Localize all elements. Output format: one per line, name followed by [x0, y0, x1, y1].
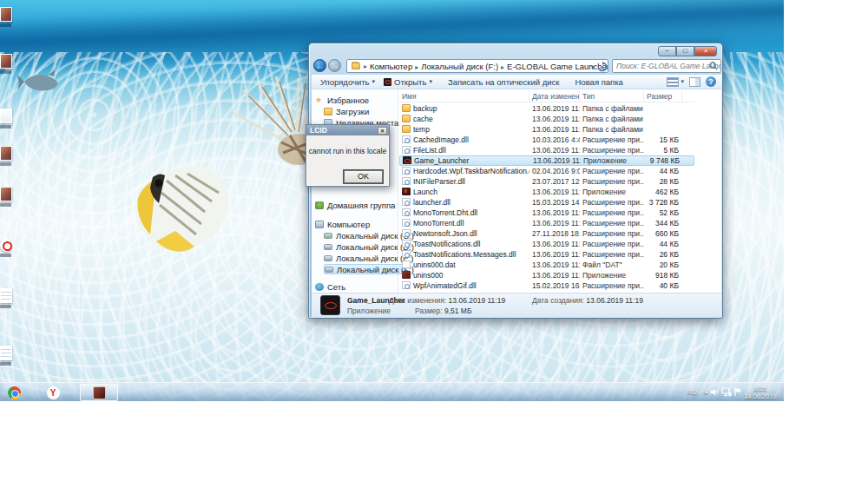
column-header-Имя[interactable]: Имя [399, 91, 529, 102]
table-row[interactable]: Newtonsoft.Json.dll27.11.2018 18:07Расши… [399, 228, 694, 239]
minimize-button[interactable]: − [658, 46, 676, 56]
desktop-icon-doc[interactable] [0, 346, 13, 366]
address-bar[interactable]: ▸ Компьютер▸Локальный диск (F:)▸E-GLOBAL… [346, 59, 608, 73]
table-row[interactable]: INIFileParser.dll23.07.2017 12:17Расшире… [399, 176, 694, 187]
table-row[interactable]: backup13.06.2019 11:19Папка с файлами [399, 103, 694, 114]
active-window-taskbar-button[interactable] [80, 384, 118, 401]
breadcrumb-item[interactable]: Локальный диск (F:) [419, 62, 500, 71]
sidebar-item-computer[interactable]: Компьютер [315, 219, 370, 229]
search-input[interactable]: Поиск: E-GLOBAL Game Launcher [612, 59, 721, 73]
table-row[interactable]: unins00013.06.2019 11:18Приложение918 КБ [399, 270, 694, 280]
file-size-cell: 44 КБ [644, 167, 682, 175]
file-name: backup [413, 104, 437, 113]
refresh-icon[interactable] [597, 62, 608, 72]
back-button[interactable]: ← [313, 59, 326, 72]
file-list-rows: backup13.06.2019 11:19Папка с файламиcac… [399, 103, 694, 291]
yandex-taskbar-icon[interactable]: Y [42, 385, 64, 400]
desktop-icon-photo[interactable] [0, 146, 13, 166]
table-row[interactable]: cache13.06.2019 11:29Папка с файлами [399, 114, 694, 124]
table-row[interactable]: FileList.dll13.06.2019 11:19Расширение п… [399, 145, 694, 155]
burn-disc-button[interactable]: Записать на оптический диск [448, 77, 560, 87]
column-header-Тип[interactable]: Тип [580, 91, 644, 102]
file-list: ИмяДата измененияТипРазмер backup13.06.2… [399, 89, 721, 293]
table-row[interactable]: MonoTorrent.dll13.06.2019 11:19Расширени… [399, 218, 694, 228]
organize-button[interactable]: Упорядочить▾ [320, 77, 375, 87]
file-name-cell: Launch [399, 188, 529, 196]
file-type-icon-app-setup [402, 271, 411, 279]
desktop-icon-photo[interactable] [0, 187, 13, 207]
column-header-Дата изменения[interactable]: Дата изменения [529, 91, 580, 102]
selected-file-icon [320, 295, 340, 315]
file-size-cell: 26 КБ [644, 250, 682, 259]
sidebar-item-folder[interactable]: Загрузки [324, 106, 369, 116]
file-type-icon-app-dark [403, 156, 411, 164]
table-row[interactable]: temp13.06.2019 11:19Папка с файлами [399, 124, 694, 135]
sidebar-item-disk[interactable]: Локальный диск (F:) [324, 264, 407, 274]
file-type-cell: Приложение [580, 271, 644, 280]
address-dropdown-icon[interactable]: ▾ [591, 63, 595, 71]
table-row[interactable]: MonoTorrent.Dht.dll13.06.2019 11:19Расши… [399, 208, 694, 218]
file-type-icon-dll [402, 250, 411, 258]
column-headers: ИмяДата измененияТипРазмер [399, 91, 694, 102]
sidebar-item-star[interactable]: Избранное [315, 95, 369, 105]
file-name: Hardcodet.Wpf.TaskbarNotification.dll [413, 167, 529, 175]
table-row[interactable]: WpfAnimatedGif.dll15.02.2019 16:06Расшир… [399, 280, 694, 291]
sidebar-item-network[interactable]: Сеть [315, 281, 345, 292]
network-icon[interactable] [721, 387, 732, 397]
table-row[interactable]: CachedImage.dll10.03.2016 4:47Расширение… [399, 135, 694, 145]
table-row[interactable]: Launch13.06.2019 11:19Приложение462 КБ [399, 187, 694, 197]
table-row[interactable]: launcher.dll15.03.2019 14:46Расширение п… [399, 197, 694, 208]
desktop-icon-photo[interactable] [0, 54, 13, 74]
file-date-cell: 13.06.2019 11:29 [529, 115, 580, 123]
new-folder-button[interactable]: Новая папка [575, 77, 623, 87]
file-name-cell: ToastNotifications.dll [399, 240, 529, 248]
search-icon[interactable] [709, 62, 718, 70]
desktop-icon-badge-red[interactable] [0, 239, 13, 257]
window-controls: − □ × [658, 46, 717, 56]
language-indicator[interactable]: RU [687, 388, 697, 396]
forward-button[interactable]: → [328, 59, 341, 72]
hidden-icons-arrow[interactable]: ▴ [705, 388, 707, 394]
disk-icon [324, 244, 332, 250]
desktop-icon-photo[interactable] [0, 7, 13, 27]
sidebar: ИзбранноеЗагрузкиНедавние местаРабочий с… [312, 89, 398, 293]
breadcrumb-item[interactable]: Компьютер [368, 62, 414, 71]
file-type-cell: Расширение при... [580, 135, 644, 144]
table-row[interactable]: Hardcodet.Wpf.TaskbarNotification.dll02.… [399, 166, 694, 176]
dialog-close-icon[interactable]: × [378, 127, 387, 135]
maximize-button[interactable]: □ [676, 46, 694, 56]
chevron-down-icon: ▾ [372, 78, 376, 85]
chrome-taskbar-icon[interactable] [3, 385, 25, 400]
folder-icon [352, 63, 360, 69]
desktop-icon-doc[interactable] [0, 288, 13, 308]
table-row[interactable]: ToastNotifications.dll13.06.2019 11:19Ра… [399, 239, 694, 249]
dialog-message: cannot run in this locale [306, 147, 389, 155]
new-folder-label: Новая папка [575, 77, 623, 87]
file-type-icon-dll [402, 208, 411, 216]
file-name: INIFileParser.dll [413, 177, 465, 186]
file-type-icon-app-red [402, 188, 411, 195]
close-button[interactable]: × [694, 46, 717, 56]
file-name-cell: Newtonsoft.Json.dll [399, 229, 529, 238]
dialog-title-bar[interactable]: LCID × [306, 125, 389, 135]
desktop-icon-label [0, 162, 11, 166]
file-size-cell: 660 КБ [644, 229, 682, 238]
table-row[interactable]: unins000.dat13.06.2019 11:19Файл "DAT"20… [399, 260, 694, 270]
disk-icon [324, 255, 332, 261]
table-row[interactable]: ToastNotifications.Messages.dll13.06.201… [399, 249, 694, 260]
dialog-ok-button[interactable]: OK [344, 170, 383, 183]
file-date-cell: 13.06.2019 11:18 [529, 271, 580, 280]
desktop-icon-label [0, 254, 11, 257]
desktop-icon-label [0, 362, 11, 366]
column-header-Размер[interactable]: Размер [644, 91, 682, 102]
desktop-icon-file[interactable] [0, 109, 13, 129]
change-view-button[interactable]: ▾ [667, 77, 684, 87]
clock[interactable]: 8:05 14.06.2019 [740, 385, 780, 400]
open-button[interactable]: Открыть▾ [384, 77, 432, 87]
sidebar-item-homegroup[interactable]: Домашняя группа [315, 200, 395, 210]
table-row[interactable]: Game_Launcher13.06.2019 11:19Приложение9… [399, 155, 694, 166]
file-type-icon-dll [402, 167, 411, 175]
volume-icon[interactable] [710, 387, 720, 397]
preview-pane-button[interactable] [689, 77, 700, 87]
help-button[interactable]: ? [706, 76, 716, 87]
